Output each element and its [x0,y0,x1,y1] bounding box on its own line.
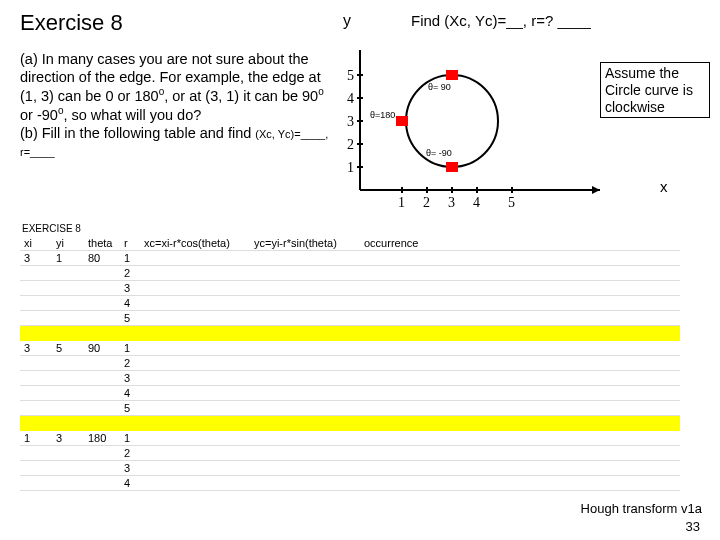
table-cell [84,401,120,416]
svg-text:1: 1 [347,160,354,175]
table-row: 3 [20,461,680,476]
table-cell [140,446,250,461]
table-cell [250,356,360,371]
table-cell [20,296,52,311]
table-cell [360,416,430,431]
table-cell [140,356,250,371]
table-cell [360,431,430,446]
table-cell [52,446,84,461]
table-cell [250,371,360,386]
table-header-row: xi yi theta r xc=xi-r*cos(theta) yc=yi-r… [20,236,680,251]
table-cell: 4 [120,476,140,491]
table-cell: 3 [52,431,84,446]
table-cell [360,446,430,461]
table-cell [120,326,140,341]
table-cell [250,476,360,491]
table-cell [360,311,430,326]
table-cell [250,266,360,281]
table-cell [250,296,360,311]
table-row: 4 [20,386,680,401]
table-row: 31801 [20,251,680,266]
table-cell [360,341,430,356]
svg-rect-26 [446,162,458,172]
table-cell [84,311,120,326]
table-cell [140,251,250,266]
svg-text:4: 4 [347,91,354,106]
table-row: 5 [20,401,680,416]
table-cell [360,356,430,371]
table-cell [250,251,360,266]
table-cell [360,461,430,476]
table-cell: 2 [120,266,140,281]
table-cell: 5 [52,341,84,356]
page-title: Exercise 8 [20,10,123,36]
table-cell [140,386,250,401]
table-cell [20,416,52,431]
table-cell [52,326,84,341]
table-cell [52,476,84,491]
table-cell [250,446,360,461]
table-row: 2 [20,266,680,281]
exercise-body: (a) In many cases you are not sure about… [20,50,330,160]
table-cell [250,281,360,296]
table-cell [140,311,250,326]
table-cell: 5 [120,401,140,416]
svg-text:2: 2 [423,195,430,210]
table-cell: 80 [84,251,120,266]
table-row: 2 [20,356,680,371]
table-cell [52,461,84,476]
table-cell [140,341,250,356]
table-cell [140,416,250,431]
table-cell [250,386,360,401]
table-row: 5 [20,311,680,326]
table-cell [20,326,52,341]
page-number: 33 [686,519,700,534]
th-yc: yc=yi-r*sin(theta) [250,236,360,251]
table-cell: 3 [20,251,52,266]
table-cell: 180 [84,431,120,446]
svg-marker-2 [592,186,600,194]
table-cell: 4 [120,386,140,401]
table-cell [84,326,120,341]
table-row: 3 [20,281,680,296]
y-axis-label: y [343,12,351,30]
table-cell [140,281,250,296]
table-cell [250,461,360,476]
deg-sup: o [318,86,324,97]
table-cell [52,401,84,416]
table-cell [20,356,52,371]
svg-point-23 [406,75,498,167]
table-cell [250,341,360,356]
svg-text:5: 5 [347,68,354,83]
table-cell [360,266,430,281]
table-row [20,416,680,431]
table-cell [140,266,250,281]
svg-text:3: 3 [448,195,455,210]
table-cell [84,266,120,281]
table-cell [84,371,120,386]
table-cell [84,416,120,431]
table-cell [20,476,52,491]
body-b: (b) Fill in the following table and find [20,125,255,141]
table-cell [84,476,120,491]
table-cell [360,296,430,311]
table-cell [120,416,140,431]
table-cell [52,356,84,371]
table-row: 4 [20,476,680,491]
table-cell [20,311,52,326]
svg-text:θ= -90: θ= -90 [426,148,452,158]
table-cell [20,386,52,401]
svg-text:θ= 90: θ= 90 [428,82,451,92]
table-cell [250,401,360,416]
table-cell: 3 [20,341,52,356]
svg-rect-25 [396,116,408,126]
table-cell [20,281,52,296]
table-cell [20,401,52,416]
table-cell [140,476,250,491]
footer-text: Hough transform v1a [581,501,702,516]
table-cell [360,386,430,401]
table-cell [84,296,120,311]
table-cell [52,266,84,281]
table-cell [360,326,430,341]
table-cell: 1 [120,341,140,356]
